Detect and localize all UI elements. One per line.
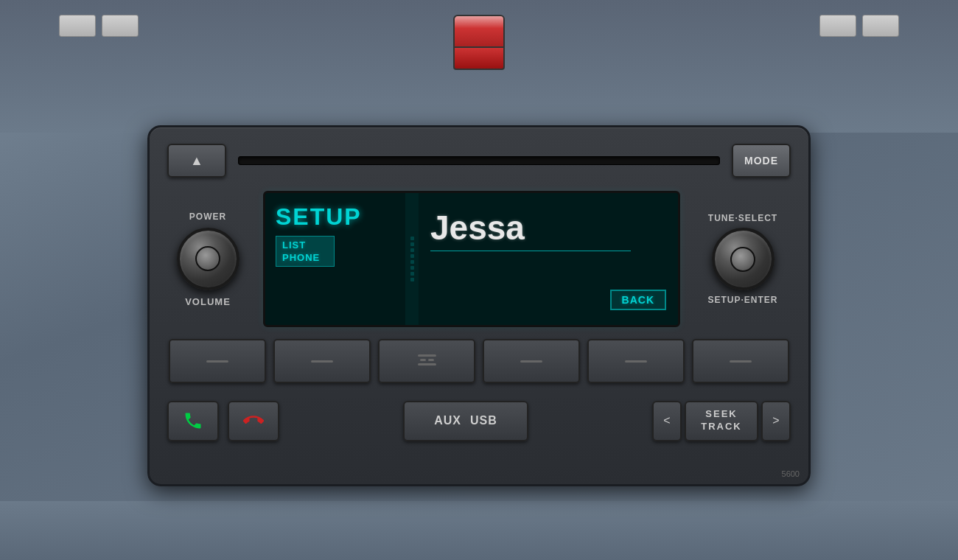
tune-knob-section: TUNE·SELECT SETUP·ENTER: [695, 213, 791, 305]
divider-dot-8: [410, 278, 414, 281]
phone-hangup-icon: [243, 410, 264, 431]
left-side-buttons: [59, 15, 139, 37]
display-left-panel: SETUP LIST PHONE: [265, 193, 405, 325]
seek-prev-button[interactable]: <: [652, 401, 682, 441]
hazard-button-lower: [453, 48, 505, 70]
mode-button[interactable]: MODE: [732, 144, 791, 178]
scene: © DUBICARS.com ▲ MODE: [0, 0, 958, 560]
phone-answer-button[interactable]: [167, 401, 219, 441]
tune-knob[interactable]: [712, 228, 775, 290]
radio-unit: ▲ MODE POWER VOLUME SETUP LIST PHONE: [147, 125, 811, 486]
display-right-panel: Jessa BACK: [419, 193, 678, 325]
preset-button-2[interactable]: [273, 339, 371, 383]
seek-text: SEEK: [705, 408, 737, 421]
preset-button-3[interactable]: [378, 339, 475, 383]
divider-dot-4: [410, 254, 414, 258]
display-name-underline: [430, 251, 631, 251]
divider-dot-5: [410, 260, 414, 264]
seek-next-button[interactable]: >: [761, 401, 791, 441]
preset-button-1[interactable]: [169, 339, 266, 383]
divider-dot-2: [410, 242, 414, 246]
preset-button-4[interactable]: [483, 339, 580, 383]
preset-button-6[interactable]: [692, 339, 789, 383]
usb-label: USB: [470, 414, 497, 427]
display-phone-text: PHONE: [282, 252, 328, 263]
display-name: Jessa: [430, 208, 666, 248]
eject-icon: ▲: [190, 153, 203, 169]
side-button-left-1[interactable]: [59, 15, 96, 37]
display-back-button[interactable]: BACK: [610, 290, 666, 310]
divider-dot-3: [410, 248, 414, 252]
side-button-left-2[interactable]: [102, 15, 139, 37]
aux-label: AUX: [434, 414, 461, 427]
phone-answer-icon: [183, 410, 203, 431]
phone-hangup-button[interactable]: [228, 401, 279, 441]
radio-middle-row: POWER VOLUME SETUP LIST PHONE: [167, 191, 791, 327]
divider-dot-7: [410, 272, 414, 276]
hazard-button[interactable]: [453, 15, 505, 48]
preset-line-2a: [420, 359, 426, 361]
prev-icon: <: [663, 414, 670, 427]
tune-select-label: TUNE·SELECT: [708, 213, 777, 223]
divider-dot-1: [410, 237, 414, 240]
preset-line-3: [418, 363, 436, 365]
preset-3-lines: [418, 354, 436, 365]
next-icon: >: [772, 414, 779, 427]
right-side-buttons: [819, 15, 899, 37]
cd-slot: [238, 156, 720, 165]
power-label: POWER: [189, 211, 226, 222]
preset-line-1: [418, 354, 436, 357]
side-button-right-1[interactable]: [819, 15, 856, 37]
volume-knob-section: POWER VOLUME: [167, 211, 248, 307]
divider-dot-6: [410, 266, 414, 270]
setup-enter-label: SETUP·ENTER: [707, 295, 777, 305]
bottom-panel: [0, 501, 958, 560]
volume-knob[interactable]: [177, 228, 240, 290]
eject-button[interactable]: ▲: [167, 144, 226, 178]
preset-button-5[interactable]: [587, 339, 685, 383]
preset-buttons-row: [167, 339, 791, 383]
seek-track-group: < SEEK TRACK >: [652, 401, 791, 441]
top-vent-area: [0, 0, 958, 133]
display-list-phone-box: LIST PHONE: [276, 236, 335, 267]
preset-line-2b: [428, 359, 434, 361]
display-divider: [405, 193, 419, 325]
aux-usb-button[interactable]: AUX USB: [403, 401, 528, 441]
side-button-right-2[interactable]: [862, 15, 899, 37]
volume-label: VOLUME: [185, 296, 231, 307]
model-number: 5600: [782, 469, 800, 478]
display-list-text: LIST: [282, 239, 328, 251]
seek-track-label: SEEK TRACK: [685, 401, 758, 441]
track-text: TRACK: [701, 421, 742, 433]
radio-bottom-row: AUX USB < SEEK TRACK >: [167, 395, 791, 447]
display-setup-text: SETUP: [276, 205, 395, 228]
display-screen: SETUP LIST PHONE: [263, 191, 680, 327]
radio-top-row: ▲ MODE: [167, 142, 791, 179]
